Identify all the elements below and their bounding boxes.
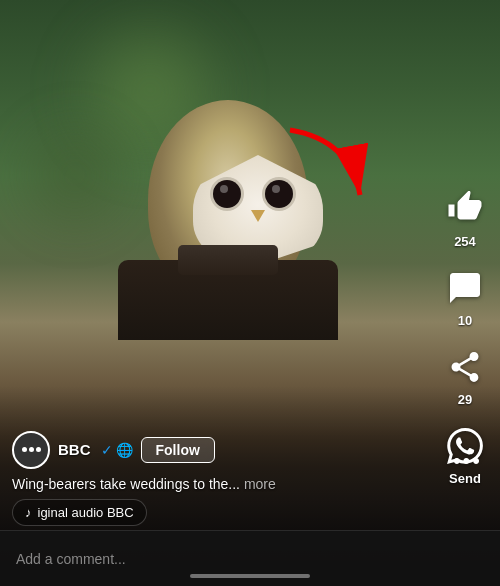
like-count: 254 bbox=[454, 234, 476, 249]
comment-placeholder[interactable]: Add a comment... bbox=[16, 551, 126, 567]
bbc-logo bbox=[22, 447, 41, 452]
comment-count: 10 bbox=[458, 313, 472, 328]
owl-eye-left bbox=[213, 180, 241, 208]
video-caption: Wing-bearers take weddings to the... mor… bbox=[12, 475, 418, 493]
audio-pill[interactable]: ♪ iginal audio BBC bbox=[12, 499, 147, 526]
globe-icon: 🌐 bbox=[116, 442, 133, 458]
like-icon[interactable] bbox=[442, 186, 488, 232]
logo-dot-1 bbox=[22, 447, 27, 452]
audio-info-row[interactable]: ♪ iginal audio BBC bbox=[12, 499, 418, 526]
verified-badges: ✓ 🌐 bbox=[101, 442, 133, 458]
audio-label: iginal audio BBC bbox=[38, 505, 134, 520]
user-avatar[interactable] bbox=[12, 431, 50, 469]
home-indicator bbox=[190, 574, 310, 578]
bottom-content-panel: BBC ✓ 🌐 Follow Wing-bearers take wedding… bbox=[0, 431, 430, 526]
username-label[interactable]: BBC bbox=[58, 441, 91, 458]
owl-talons bbox=[178, 245, 278, 275]
red-arrow-indicator bbox=[280, 120, 380, 214]
comment-icon[interactable] bbox=[442, 265, 488, 311]
music-note-icon: ♪ bbox=[25, 505, 32, 520]
user-info-row: BBC ✓ 🌐 Follow bbox=[12, 431, 418, 469]
right-action-panel: 254 10 29 Send bbox=[442, 186, 488, 486]
logo-dot-2 bbox=[29, 447, 34, 452]
share-icon[interactable] bbox=[442, 344, 488, 390]
caption-text: Wing-bearers take weddings to the... bbox=[12, 476, 240, 492]
verified-check-icon: ✓ bbox=[101, 442, 113, 458]
more-link[interactable]: more bbox=[244, 476, 276, 492]
logo-dot-3 bbox=[36, 447, 41, 452]
comment-action[interactable]: 10 bbox=[442, 265, 488, 328]
share-count: 29 bbox=[458, 392, 472, 407]
like-action[interactable]: 254 bbox=[442, 186, 488, 249]
share-action[interactable]: 29 bbox=[442, 344, 488, 407]
follow-button[interactable]: Follow bbox=[141, 437, 215, 463]
more-options-button[interactable]: ••• bbox=[453, 448, 482, 474]
